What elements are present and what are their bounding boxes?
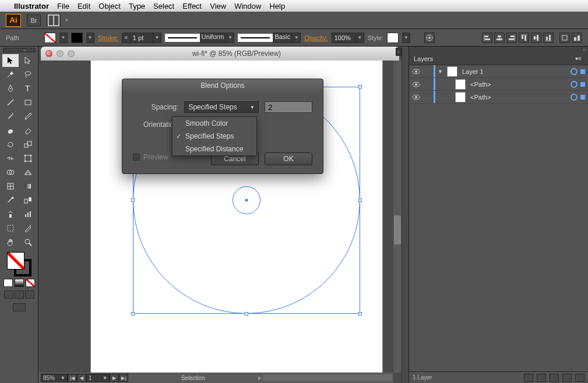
menu-type[interactable]: Type	[129, 2, 145, 10]
perspective-grid-tool[interactable]	[20, 166, 36, 179]
artboard-tool[interactable]	[2, 222, 19, 235]
menu-edit[interactable]: Edit	[78, 2, 90, 10]
lasso-tool[interactable]	[20, 68, 36, 81]
align-bottom-button[interactable]	[543, 33, 554, 43]
spacing-dropdown[interactable]: Specified Steps▼	[184, 101, 259, 113]
fill-swatch[interactable]	[44, 33, 56, 43]
recolor-artwork-button[interactable]	[424, 33, 435, 43]
panel-collapse-handle[interactable]: «	[409, 47, 588, 52]
target-icon[interactable]	[571, 81, 578, 88]
locate-object-button[interactable]	[524, 374, 533, 382]
free-transform-tool[interactable]	[20, 152, 36, 165]
target-icon[interactable]	[571, 68, 578, 75]
window-close-button[interactable]	[45, 50, 52, 57]
selection-indicator[interactable]	[580, 69, 585, 74]
menu-select[interactable]: Select	[153, 2, 174, 10]
panel-dock-gutter[interactable]	[402, 47, 409, 383]
line-segment-tool[interactable]	[2, 96, 19, 109]
sublayer-row[interactable]: <Path>	[409, 91, 588, 104]
window-zoom-button[interactable]	[68, 50, 75, 57]
column-graph-tool[interactable]	[20, 208, 36, 221]
layer-name[interactable]: <Path>	[468, 81, 568, 88]
visibility-toggle[interactable]	[411, 80, 421, 89]
stroke-dropdown[interactable]: ▼	[86, 33, 94, 43]
stroke-panel-link[interactable]: Stroke:	[98, 34, 118, 41]
draw-behind-button[interactable]	[15, 290, 24, 299]
scale-tool[interactable]	[20, 138, 36, 151]
gradient-tool[interactable]	[20, 180, 36, 193]
disclosure-triangle[interactable]: ▼	[438, 69, 445, 75]
zoom-tool[interactable]	[20, 236, 36, 249]
sublayer-row[interactable]: <Path>	[409, 78, 588, 91]
target-icon[interactable]	[571, 94, 578, 101]
selection-handle[interactable]	[358, 198, 362, 202]
selection-tool[interactable]	[2, 54, 19, 67]
spacing-steps-input[interactable]	[265, 101, 312, 113]
last-artboard-button[interactable]: ▶|	[119, 374, 128, 382]
brush-definition[interactable]: Basic▼	[238, 33, 301, 43]
style-dropdown[interactable]: ▼	[402, 33, 410, 43]
layer-row[interactable]: ▼ Layer 1	[409, 65, 588, 78]
new-sublayer-button[interactable]	[550, 374, 559, 382]
prev-artboard-button[interactable]: ◀	[77, 374, 86, 382]
layer-name[interactable]: Layer 1	[460, 68, 568, 75]
horizontal-scrollbar[interactable]	[263, 374, 393, 381]
fill-stroke-indicator[interactable]	[7, 252, 31, 276]
selection-indicator[interactable]	[580, 82, 585, 87]
isolate-button[interactable]	[572, 33, 582, 43]
panel-menu-button[interactable]: ▾≡	[575, 55, 583, 62]
menu-file[interactable]: File	[57, 2, 69, 10]
eyedropper-tool[interactable]	[2, 194, 19, 207]
fill-dropdown[interactable]: ▼	[59, 33, 68, 43]
layer-name[interactable]: <Path>	[468, 94, 568, 101]
rectangle-tool[interactable]	[20, 96, 36, 109]
blob-brush-tool[interactable]	[2, 124, 19, 137]
spacing-option-specified-distance[interactable]: Specified Distance	[172, 143, 256, 155]
shape-builder-tool[interactable]	[2, 166, 19, 179]
selection-handle[interactable]	[358, 312, 362, 315]
align-top-button[interactable]	[519, 33, 529, 43]
make-clipping-mask-button[interactable]	[537, 374, 546, 382]
spacing-option-smooth-color[interactable]: Smooth Color	[172, 117, 256, 130]
draw-normal-button[interactable]	[4, 290, 13, 299]
first-artboard-button[interactable]: |◀	[68, 374, 77, 382]
opacity-panel-link[interactable]: Opacity:	[304, 34, 328, 41]
menu-window[interactable]: Window	[234, 2, 261, 10]
align-hcenter-button[interactable]	[494, 33, 505, 43]
selection-handle[interactable]	[131, 312, 135, 315]
opacity-field[interactable]: ▼	[332, 33, 364, 43]
stroke-weight-field[interactable]: ≑▼	[122, 33, 161, 43]
rotate-tool[interactable]	[2, 138, 19, 151]
paintbrush-tool[interactable]	[2, 110, 19, 123]
width-tool[interactable]	[2, 152, 19, 165]
blend-tool[interactable]	[20, 194, 36, 207]
new-layer-button[interactable]	[562, 374, 572, 382]
screen-mode-button[interactable]	[13, 303, 26, 311]
selection-handle[interactable]	[358, 85, 362, 88]
visibility-toggle[interactable]	[411, 93, 421, 102]
selection-indicator[interactable]	[580, 95, 585, 100]
align-right-button[interactable]	[506, 33, 517, 43]
expand-panels-button[interactable]: «	[396, 48, 402, 56]
visibility-toggle[interactable]	[411, 67, 421, 76]
align-left-button[interactable]	[482, 33, 492, 43]
menu-object[interactable]: Object	[98, 2, 121, 10]
bridge-button[interactable]: Br	[27, 15, 41, 26]
next-artboard-button[interactable]: ▶	[110, 374, 119, 382]
pencil-tool[interactable]	[20, 110, 36, 123]
gradient-button[interactable]	[15, 279, 24, 287]
stroke-weight-input[interactable]	[130, 33, 153, 43]
type-tool[interactable]: T	[20, 82, 36, 95]
hand-tool[interactable]	[2, 236, 19, 249]
eraser-tool[interactable]	[20, 124, 36, 137]
delete-layer-button[interactable]	[575, 374, 585, 382]
transform-panel-button[interactable]	[559, 33, 570, 43]
arrange-documents-button[interactable]	[47, 15, 61, 26]
vertical-scrollbar[interactable]	[393, 61, 402, 373]
color-button[interactable]	[3, 279, 13, 287]
graphic-style-swatch[interactable]	[387, 33, 399, 43]
preview-checkbox[interactable]	[133, 154, 140, 161]
tools-panel-handle[interactable]: ::::»	[3, 48, 36, 52]
variable-width-profile[interactable]: Uniform▼	[165, 33, 235, 43]
scrollbar-thumb[interactable]	[394, 215, 401, 244]
